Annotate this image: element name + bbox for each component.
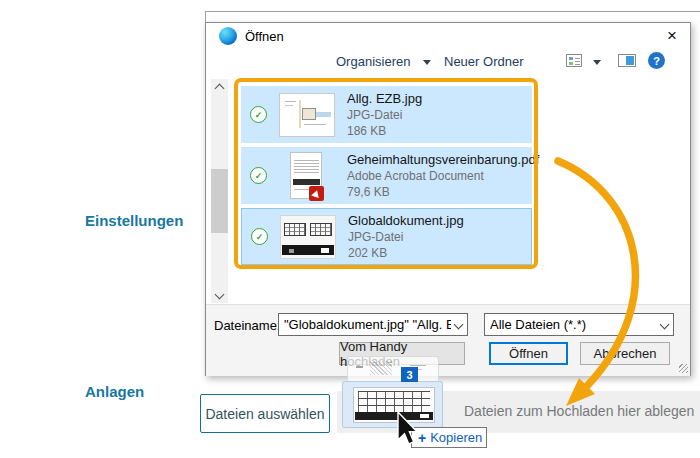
help-icon[interactable]: ? [648, 52, 665, 69]
file-row-geheimhaltungsvereinbarung[interactable]: ✓ Geheimhaltungsvereinbarung.pdf Adobe A… [241, 147, 532, 204]
file-size: 186 KB [347, 123, 422, 139]
drag-copy-tooltip: + Kopieren [411, 427, 487, 448]
dropzone-hint-text: Dateien zum Hochladen hier ablegen [464, 403, 694, 419]
organize-caret-icon[interactable] [423, 60, 431, 65]
change-view-icon[interactable] [566, 54, 582, 67]
copy-tooltip-label: Kopieren [430, 430, 482, 445]
open-button[interactable]: Öffnen [489, 342, 568, 365]
section-heading-settings: Einstellungen [85, 212, 183, 229]
scroll-down-icon[interactable] [211, 288, 228, 303]
chevron-down-icon[interactable] [454, 320, 464, 330]
scroll-up-icon[interactable] [211, 79, 228, 94]
selected-check-icon: ✓ [250, 106, 267, 123]
new-folder-button[interactable]: Neuer Ordner [444, 54, 523, 69]
dialog-title: Öffnen [245, 29, 284, 44]
file-type: JPG-Datei [347, 107, 422, 123]
file-row-allg-ezb[interactable]: ✓ Allg. EZB.jpg JPG-Datei 186 KB [241, 86, 532, 143]
edge-browser-icon [219, 27, 237, 45]
file-type: JPG-Datei [348, 229, 464, 245]
choose-files-button[interactable]: Dateien auswählen [200, 394, 330, 433]
backdrop-window-top-edge [205, 11, 700, 12]
filename-label: Dateiname: [214, 318, 280, 333]
choose-files-label: Dateien auswählen [205, 406, 324, 422]
drag-count-badge: 3 [401, 367, 418, 382]
selected-check-icon: ✓ [250, 167, 267, 184]
organize-menu-button[interactable]: Organisieren [336, 54, 410, 69]
cancel-button[interactable]: Abbrechen [580, 342, 670, 365]
file-thumbnail [280, 215, 336, 259]
scrollbar-thumb[interactable] [211, 169, 228, 233]
preview-pane-icon[interactable] [618, 54, 636, 67]
file-size: 202 KB [348, 245, 464, 261]
file-row-globaldokument[interactable]: ✓ Globaldokument.jpg JPG-Datei 202 KB [241, 208, 532, 265]
file-thumbnail [279, 154, 335, 198]
view-caret-icon[interactable] [593, 60, 601, 65]
building-section-thumbnail [353, 387, 435, 423]
file-name: Globaldokument.jpg [348, 213, 464, 229]
drag-ghost-back-thumbnail [347, 356, 439, 382]
selected-check-icon: ✓ [251, 228, 268, 245]
file-name: Geheimhaltungsvereinbarung.pdf [347, 152, 539, 168]
file-type: Adobe Acrobat Document [347, 168, 539, 184]
drag-ghost-thumbnail [342, 381, 443, 428]
filetype-select[interactable]: Alle Dateien (*.*) [484, 313, 674, 336]
dialog-titlebar[interactable]: Öffnen × [206, 23, 690, 49]
chevron-down-icon[interactable] [660, 320, 670, 330]
file-name: Allg. EZB.jpg [347, 91, 422, 107]
plus-icon: + [418, 430, 426, 446]
pdf-icon [309, 186, 324, 201]
filetype-value: Alle Dateien (*.*) [490, 317, 586, 332]
file-size: 79,6 KB [347, 184, 539, 200]
filename-combobox[interactable]: "Globaldokument.jpg" "Allg. EZB [278, 313, 468, 336]
close-icon[interactable]: × [658, 25, 686, 47]
section-heading-attachments: Anlagen [85, 383, 144, 400]
filename-value: "Globaldokument.jpg" "Allg. EZB [284, 317, 451, 332]
open-file-dialog: Öffnen × Organisieren Neuer Ordner ? ✓ A… [205, 22, 691, 376]
file-list-scrollbar[interactable] [211, 79, 228, 303]
resize-grip[interactable] [679, 364, 688, 373]
file-thumbnail [279, 93, 335, 137]
